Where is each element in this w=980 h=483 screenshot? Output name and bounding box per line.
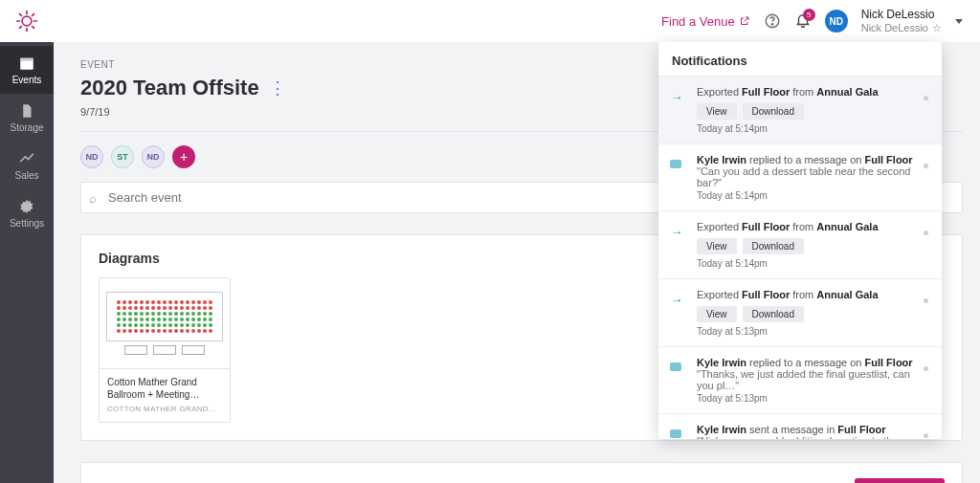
user-menu[interactable]: Nick DeLessio Nick DeLessio ☆	[861, 9, 942, 33]
notification-time: Today at 5:13pm	[697, 393, 924, 404]
notification-text: Exported Full Floor from Annual Gala	[697, 221, 924, 232]
notification-time: Today at 5:14pm	[697, 123, 924, 134]
diagram-thumbnail	[100, 278, 230, 369]
search-icon: ⌕	[89, 190, 97, 205]
notifications-button[interactable]: 5	[794, 11, 812, 32]
notification-time: Today at 5:14pm	[697, 190, 924, 201]
sidebar-item-settings[interactable]: Settings	[0, 189, 54, 237]
sidebar-item-label: Storage	[10, 122, 43, 133]
user-avatar[interactable]: ND	[825, 10, 848, 33]
view-button[interactable]: View	[697, 103, 737, 120]
notification-item[interactable]: Kyle Irwin sent a message in Full Floor"…	[658, 413, 942, 439]
sidebar-item-storage[interactable]: Storage	[0, 94, 54, 142]
notification-quote: "Nick, can you add additional seating to…	[697, 435, 924, 439]
svg-point-13	[771, 24, 772, 25]
notification-item[interactable]: →Exported Full Floor from Annual GalaVie…	[658, 210, 942, 278]
user-name: Nick DeLessio	[861, 9, 942, 21]
find-venue-link[interactable]: Find a Venue	[661, 14, 750, 29]
download-button[interactable]: Download	[743, 103, 804, 120]
notification-text: Kyle Irwin sent a message in Full Floor	[697, 424, 924, 435]
status-dot	[924, 96, 928, 100]
sidebar-item-sales[interactable]: Sales	[0, 142, 54, 189]
external-link-icon	[739, 15, 750, 27]
message-icon	[670, 429, 681, 438]
export-icon: →	[670, 225, 683, 238]
notification-item[interactable]: →Exported Full Floor from Annual GalaVie…	[658, 76, 942, 143]
diagram-vendor: COTTON MATHER GRAND…	[107, 405, 222, 414]
svg-rect-10	[20, 58, 33, 61]
status-dot	[924, 164, 928, 168]
status-dot	[924, 433, 928, 438]
notification-text: Kyle Irwin replied to a message on Full …	[697, 357, 924, 368]
notifications-heading: Notifications	[658, 42, 942, 76]
help-icon[interactable]	[764, 12, 781, 30]
attendee-card: Attendee Lists Create List	[80, 462, 963, 483]
svg-line-8	[33, 14, 34, 16]
document-icon	[18, 102, 35, 120]
notifications-panel: Notifications →Exported Full Floor from …	[658, 42, 942, 439]
svg-point-0	[22, 16, 32, 26]
collaborator-avatar[interactable]: ST	[111, 145, 134, 168]
add-collaborator-button[interactable]: +	[172, 145, 195, 168]
find-venue-label: Find a Venue	[661, 14, 735, 29]
sidebar-item-events[interactable]: Events	[0, 46, 54, 94]
notification-item[interactable]: →Exported Full Floor from Annual GalaVie…	[658, 278, 942, 346]
download-button[interactable]: Download	[743, 238, 804, 254]
export-icon: →	[670, 90, 683, 103]
view-button[interactable]: View	[697, 238, 737, 254]
star-icon: ☆	[932, 22, 942, 33]
diagram-title: Cotton Mather Grand Ballroom + Meeting…	[107, 377, 222, 401]
collaborator-avatar[interactable]: ND	[142, 145, 165, 168]
notifications-list[interactable]: →Exported Full Floor from Annual GalaVie…	[658, 76, 942, 439]
svg-line-6	[33, 27, 34, 29]
collaborator-avatar[interactable]: ND	[80, 145, 103, 168]
event-title: 2020 Team Offsite	[80, 76, 259, 100]
notification-text: Kyle Irwin replied to a message on Full …	[697, 154, 924, 165]
download-button[interactable]: Download	[743, 306, 804, 322]
bell-badge: 5	[803, 9, 815, 21]
diagram-item[interactable]: Cotton Mather Grand Ballroom + Meeting… …	[99, 277, 231, 423]
view-button[interactable]: View	[697, 306, 737, 322]
user-subname: Nick DeLessio	[861, 22, 928, 33]
message-icon	[670, 160, 681, 168]
calendar-icon	[18, 55, 35, 72]
sidebar-nav: Events Storage Sales Settings	[0, 0, 54, 483]
create-list-button[interactable]: Create List	[855, 478, 945, 483]
sidebar-item-label: Sales	[14, 170, 38, 181]
sidebar-item-label: Events	[12, 75, 42, 85]
notification-quote: "Can you add a dessert table near the se…	[697, 165, 924, 188]
gear-icon	[18, 198, 35, 215]
chart-icon	[18, 150, 35, 167]
notification-item[interactable]: Kyle Irwin replied to a message on Full …	[658, 346, 942, 413]
export-icon: →	[670, 293, 683, 306]
notification-time: Today at 5:13pm	[697, 326, 924, 337]
notification-text: Exported Full Floor from Annual Gala	[697, 86, 924, 98]
message-icon	[670, 362, 681, 371]
notification-item[interactable]: Kyle Irwin replied to a message on Full …	[658, 143, 942, 210]
status-dot	[924, 298, 928, 303]
notification-text: Exported Full Floor from Annual Gala	[697, 289, 924, 300]
status-dot	[924, 231, 928, 235]
svg-line-7	[20, 27, 22, 29]
event-menu-button[interactable]: ⋮	[269, 81, 286, 95]
app-logo[interactable]	[0, 0, 54, 42]
topbar: Find a Venue 5 ND Nick DeLessio Nick DeL…	[54, 0, 980, 42]
notification-quote: "Thanks, we just added the final guestli…	[697, 368, 924, 391]
sun-icon	[14, 9, 39, 33]
notification-time: Today at 5:14pm	[697, 258, 924, 269]
svg-line-5	[20, 14, 22, 16]
sidebar-item-label: Settings	[10, 218, 44, 229]
chevron-down-icon[interactable]	[955, 19, 963, 24]
status-dot	[924, 366, 928, 371]
